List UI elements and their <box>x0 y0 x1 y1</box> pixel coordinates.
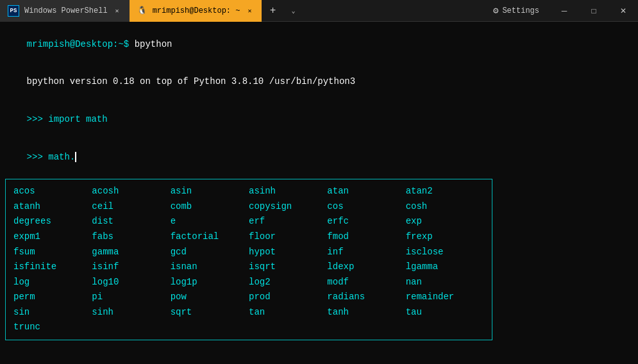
autocomplete-item[interactable]: asinh <box>249 185 327 199</box>
autocomplete-item[interactable]: fsum <box>13 245 92 260</box>
autocomplete-item[interactable]: hypot <box>249 245 327 260</box>
autocomplete-item[interactable]: expm1 <box>13 230 92 244</box>
autocomplete-item[interactable]: radians <box>327 290 405 304</box>
terminal-line-2: bpython version 0.18 on top of Python 3.… <box>5 63 633 101</box>
minimize-button[interactable]: ─ <box>550 0 579 22</box>
tab-powershell-label: Windows PowerShell <box>24 6 108 15</box>
maximize-button[interactable]: □ <box>579 0 609 22</box>
autocomplete-item[interactable]: fmod <box>327 230 405 244</box>
terminal-line-3: >>> import math <box>5 101 633 139</box>
tab-mrimpish[interactable]: 🐧 mrimpish@Desktop: ~ ✕ <box>130 0 262 22</box>
terminal-line-4: >>> math.​ <box>5 138 633 176</box>
autocomplete-item[interactable]: log2 <box>249 276 327 290</box>
autocomplete-item[interactable]: gcd <box>171 245 249 260</box>
autocomplete-item[interactable]: pi <box>92 290 170 304</box>
settings-label: Settings <box>502 6 539 15</box>
autocomplete-item[interactable]: factorial <box>171 230 249 244</box>
prompt-2: >>> <box>27 114 43 124</box>
autocomplete-item[interactable]: floor <box>249 230 327 244</box>
autocomplete-item[interactable]: ceil <box>92 200 170 214</box>
autocomplete-item[interactable]: exp <box>406 215 484 229</box>
autocomplete-item[interactable]: asin <box>171 185 249 199</box>
autocomplete-item[interactable]: inf <box>327 245 405 260</box>
autocomplete-item[interactable]: perm <box>13 290 92 304</box>
prompt-3: >>> <box>27 152 43 162</box>
autocomplete-box: acosacoshasinasinhatanatan2atanhceilcomb… <box>5 179 492 340</box>
autocomplete-item[interactable]: atanh <box>13 200 92 214</box>
autocomplete-item[interactable]: erfc <box>327 215 405 229</box>
autocomplete-item[interactable]: frexp <box>406 230 484 244</box>
window-controls: ─ □ ✕ <box>550 0 638 22</box>
autocomplete-item[interactable]: pow <box>171 290 249 304</box>
tab-mrimpish-label: mrimpish@Desktop: ~ <box>153 6 240 15</box>
settings-tab[interactable]: ⚙ Settings <box>483 0 550 22</box>
autocomplete-item[interactable]: isinf <box>92 260 170 274</box>
autocomplete-item[interactable]: sinh <box>92 306 170 320</box>
tab-powershell[interactable]: PS Windows PowerShell ✕ <box>0 0 130 22</box>
autocomplete-item[interactable]: acos <box>13 185 92 199</box>
autocomplete-item[interactable]: ldexp <box>327 260 405 274</box>
prompt-user: mrimpish@Desktop:~$ <box>27 39 130 49</box>
autocomplete-item[interactable]: lgamma <box>406 260 484 274</box>
autocomplete-item[interactable]: acosh <box>92 185 170 199</box>
terminal-line-1: mrimpish@Desktop:~$ bpython <box>5 26 633 63</box>
autocomplete-item[interactable]: fabs <box>92 230 170 244</box>
tab-powershell-close[interactable]: ✕ <box>113 6 122 15</box>
add-tab-button[interactable]: + <box>262 0 283 22</box>
autocomplete-item[interactable]: atan2 <box>406 185 484 199</box>
autocomplete-item[interactable]: log1p <box>171 276 249 290</box>
tab-dropdown-button[interactable]: ⌄ <box>283 0 303 22</box>
tab-mrimpish-close[interactable]: ✕ <box>245 6 254 15</box>
autocomplete-item[interactable]: degrees <box>13 215 92 229</box>
autocomplete-item[interactable]: copysign <box>249 200 327 214</box>
autocomplete-item[interactable]: gamma <box>92 245 170 260</box>
command-1: bpython <box>129 39 172 49</box>
autocomplete-item[interactable]: modf <box>327 276 405 290</box>
close-button[interactable]: ✕ <box>609 0 638 22</box>
autocomplete-item[interactable]: isclose <box>406 245 484 260</box>
import-cmd: import math <box>43 114 108 124</box>
autocomplete-item[interactable]: sqrt <box>171 306 249 320</box>
autocomplete-item[interactable]: sin <box>13 306 92 320</box>
autocomplete-item[interactable]: isfinite <box>13 260 92 274</box>
autocomplete-item[interactable]: nan <box>406 276 484 290</box>
autocomplete-item[interactable]: erf <box>249 215 327 229</box>
ps-icon: PS <box>8 5 19 17</box>
autocomplete-item[interactable]: e <box>171 215 249 229</box>
autocomplete-item[interactable]: isqrt <box>249 260 327 274</box>
autocomplete-item[interactable]: cos <box>327 200 405 214</box>
autocomplete-item[interactable]: cosh <box>406 200 484 214</box>
autocomplete-item[interactable]: log <box>13 276 92 290</box>
autocomplete-item[interactable]: atan <box>327 185 405 199</box>
bpython-version: bpython version 0.18 on top of Python 3.… <box>27 76 355 87</box>
gear-icon: ⚙ <box>493 5 498 16</box>
titlebar: PS Windows PowerShell ✕ 🐧 mrimpish@Deskt… <box>0 0 638 22</box>
autocomplete-item[interactable]: remainder <box>406 290 484 304</box>
autocomplete-item[interactable]: isnan <box>171 260 249 274</box>
autocomplete-item[interactable]: tan <box>249 306 327 320</box>
terminal: mrimpish@Desktop:~$ bpython bpython vers… <box>0 22 638 364</box>
math-cmd: math. <box>43 152 75 162</box>
autocomplete-item[interactable]: comb <box>171 200 249 214</box>
autocomplete-item[interactable]: tanh <box>327 306 405 320</box>
autocomplete-item[interactable]: tau <box>406 306 484 320</box>
autocomplete-item[interactable]: dist <box>92 215 170 229</box>
autocomplete-item[interactable]: log10 <box>92 276 170 290</box>
autocomplete-item[interactable]: prod <box>249 290 327 304</box>
autocomplete-item[interactable]: trunc <box>13 320 92 335</box>
linux-icon: 🐧 <box>137 6 147 16</box>
